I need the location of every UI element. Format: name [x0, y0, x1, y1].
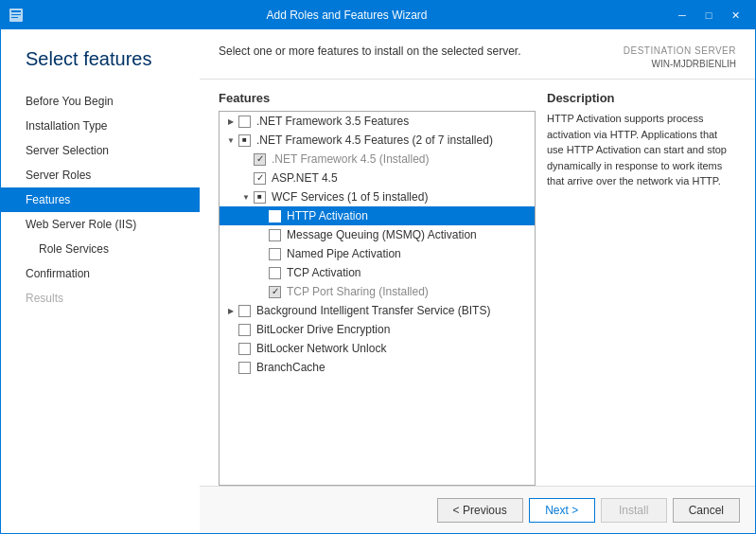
features-heading: Features [219, 91, 536, 105]
tree-item-named-pipe[interactable]: Named Pipe Activation [220, 244, 535, 263]
next-button[interactable]: Next > [529, 498, 595, 523]
expander-wcf[interactable] [238, 189, 254, 205]
expander-bits[interactable] [223, 303, 238, 318]
expander-named-pipe [254, 246, 269, 261]
expander-net35[interactable] [223, 114, 238, 129]
checkbox-aspnet45[interactable] [254, 172, 266, 185]
label-wcf: WCF Services (1 of 5 installed) [272, 190, 428, 204]
expander-aspnet45 [238, 170, 254, 186]
sidebar-item-confirmation[interactable]: Confirmation [1, 261, 200, 286]
tree-item-http-activation[interactable]: HTTP Activation [220, 206, 535, 225]
checkbox-net45[interactable] [238, 134, 251, 147]
svg-rect-3 [11, 17, 18, 18]
expander-net45-base [238, 151, 254, 167]
content-body: Features .NET Framework 3.5 Features [200, 80, 755, 486]
label-branchcache: BranchCache [256, 361, 325, 374]
window-title: Add Roles and Features Wizard [24, 9, 670, 22]
wizard-icon [9, 8, 24, 23]
sidebar-item-server-selection[interactable]: Server Selection [1, 138, 200, 163]
destination-server-label: DESTINATION SERVER [624, 44, 736, 58]
label-net45: .NET Framework 4.5 Features (2 of 7 inst… [256, 134, 493, 147]
tree-item-wcf[interactable]: WCF Services (1 of 5 installed) [220, 187, 535, 206]
description-panel: Description HTTP Activation supports pro… [547, 91, 736, 486]
tree-item-net35[interactable]: .NET Framework 3.5 Features [220, 112, 535, 131]
label-net45-base: .NET Framework 4.5 (Installed) [272, 152, 430, 166]
install-button: Install [601, 498, 667, 523]
label-bitlocker-drive: BitLocker Drive Encryption [256, 323, 390, 336]
svg-rect-1 [11, 10, 21, 12]
expander-net45[interactable] [223, 133, 238, 148]
sidebar-item-features[interactable]: Features [1, 187, 200, 212]
tree-item-tcp-activation[interactable]: TCP Activation [220, 263, 535, 282]
checkbox-bitlocker-drive[interactable] [238, 324, 251, 336]
svg-rect-2 [11, 14, 21, 15]
cancel-button[interactable]: Cancel [673, 498, 740, 523]
main-content: Select features Before You Begin Install… [1, 29, 755, 533]
tree-item-bits[interactable]: Background Intelligent Transfer Service … [220, 301, 535, 320]
restore-button[interactable]: □ [696, 6, 721, 25]
destination-server: DESTINATION SERVER WIN-MJDRBIENLIH [624, 44, 736, 71]
checkbox-http-activation[interactable] [269, 210, 281, 222]
expander-msmq [254, 227, 269, 242]
checkbox-wcf[interactable] [254, 191, 266, 204]
tree-item-tcp-port-sharing[interactable]: TCP Port Sharing (Installed) [220, 282, 535, 301]
content-area: Select one or more features to install o… [200, 29, 755, 533]
window-controls: ─ □ ✕ [670, 6, 747, 25]
tree-item-branchcache[interactable]: BranchCache [220, 358, 535, 377]
checkbox-msmq[interactable] [269, 229, 281, 241]
checkbox-named-pipe[interactable] [269, 248, 281, 260]
label-named-pipe: Named Pipe Activation [287, 247, 401, 260]
sidebar-item-server-roles[interactable]: Server Roles [1, 163, 200, 187]
tree-item-msmq[interactable]: Message Queuing (MSMQ) Activation [220, 225, 535, 244]
expander-tcp-activation [254, 265, 269, 280]
expander-branchcache [223, 360, 238, 375]
description-heading: Description [547, 91, 736, 105]
checkbox-net45-base[interactable] [254, 153, 266, 166]
checkbox-bitlocker-network[interactable] [238, 343, 251, 355]
previous-button[interactable]: < Previous [437, 498, 523, 523]
sidebar: Select features Before You Begin Install… [1, 29, 200, 533]
header-description: Select one or more features to install o… [219, 44, 624, 58]
label-tcp-activation: TCP Activation [287, 266, 360, 279]
checkbox-branchcache[interactable] [238, 362, 251, 374]
checkbox-tcp-port-sharing[interactable] [269, 286, 281, 298]
sidebar-item-web-server-role[interactable]: Web Server Role (IIS) [1, 212, 200, 237]
destination-server-name: WIN-MJDRBIENLIH [624, 58, 736, 71]
content-header-left: Select one or more features to install o… [219, 44, 624, 58]
expander-bitlocker-drive [223, 322, 238, 337]
footer: < Previous Next > Install Cancel [200, 486, 755, 533]
label-msmq: Message Queuing (MSMQ) Activation [287, 228, 477, 241]
checkbox-bits[interactable] [238, 305, 251, 317]
tree-item-aspnet45[interactable]: ASP.NET 4.5 [220, 169, 535, 187]
main-window: Add Roles and Features Wizard ─ □ ✕ Sele… [0, 0, 756, 534]
content-header: Select one or more features to install o… [200, 29, 755, 80]
title-bar: Add Roles and Features Wizard ─ □ ✕ [1, 1, 755, 29]
label-bitlocker-network: BitLocker Network Unlock [256, 342, 386, 355]
features-panel: Features .NET Framework 3.5 Features [219, 91, 536, 486]
sidebar-heading: Select features [1, 48, 200, 89]
label-bits: Background Intelligent Transfer Service … [256, 304, 490, 317]
sidebar-item-before-you-begin[interactable]: Before You Begin [1, 89, 200, 114]
label-aspnet45: ASP.NET 4.5 [272, 171, 338, 185]
tree-item-net45[interactable]: .NET Framework 4.5 Features (2 of 7 inst… [220, 131, 535, 150]
expander-http-activation [254, 208, 269, 223]
label-tcp-port-sharing: TCP Port Sharing (Installed) [287, 285, 429, 298]
label-net35: .NET Framework 3.5 Features [256, 115, 409, 128]
sidebar-item-role-services[interactable]: Role Services [1, 237, 200, 261]
tree-item-bitlocker-drive[interactable]: BitLocker Drive Encryption [220, 320, 535, 339]
sidebar-item-results: Results [1, 286, 200, 311]
description-text: HTTP Activation supports process activat… [547, 111, 736, 189]
minimize-button[interactable]: ─ [670, 6, 694, 25]
checkbox-tcp-activation[interactable] [269, 267, 281, 279]
sidebar-item-installation-type[interactable]: Installation Type [1, 114, 200, 138]
expander-tcp-port-sharing [254, 284, 269, 299]
tree-item-net45-base[interactable]: .NET Framework 4.5 (Installed) [220, 150, 535, 169]
close-button[interactable]: ✕ [723, 6, 747, 25]
expander-bitlocker-network [223, 341, 238, 356]
tree-item-bitlocker-network[interactable]: BitLocker Network Unlock [220, 339, 535, 358]
label-http-activation: HTTP Activation [287, 209, 368, 222]
features-tree[interactable]: .NET Framework 3.5 Features .NET Framewo… [219, 111, 536, 486]
checkbox-net35[interactable] [238, 116, 251, 128]
